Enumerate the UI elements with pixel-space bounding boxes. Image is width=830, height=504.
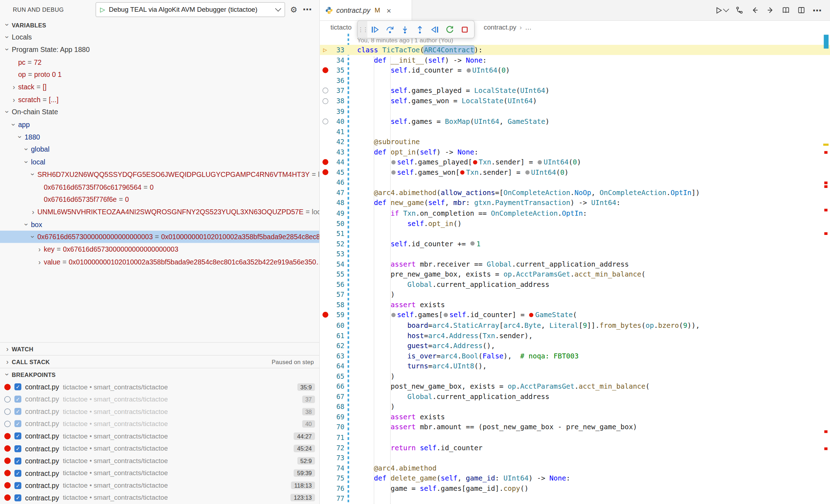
inline-breakpoint-icon[interactable] [525, 170, 529, 174]
editor-more-actions-icon[interactable]: ⋯ [813, 6, 822, 15]
breakpoint-gutter[interactable] [320, 289, 331, 300]
breakpoint-gutter[interactable] [320, 167, 331, 178]
start-debug-icon[interactable]: ▷ [100, 6, 105, 13]
step-over-button[interactable] [382, 22, 397, 37]
code-line[interactable]: 57 ) [320, 289, 830, 300]
chevron-down-icon[interactable]: › [29, 170, 37, 179]
code-line[interactable]: 56 Global.current_application_address [320, 279, 830, 290]
breakpoint-gutter[interactable] [320, 412, 331, 422]
code-line[interactable]: 47 @arc4.abimethod(allow_actions=[OnComp… [320, 188, 830, 198]
breakpoint-gutter[interactable] [320, 198, 331, 208]
inline-breakpoint-icon[interactable] [473, 160, 477, 164]
tree-item[interactable]: 0x67616d65735f706c61796564=0 [0, 180, 319, 193]
breakpoint-gutter[interactable] [320, 351, 331, 361]
code-line[interactable]: 49 if Txn.on_completion == OnCompleteAct… [320, 208, 830, 218]
restart-button[interactable] [442, 22, 457, 37]
breakpoint-gutter[interactable] [320, 361, 331, 371]
code-line[interactable]: 51 [320, 229, 830, 239]
tree-item[interactable]: ›0x67616d6573000000000000000003=0x010000… [0, 231, 319, 243]
chevron-down-icon[interactable]: › [4, 108, 12, 116]
code-line[interactable]: 54 assert mbr.receiver == Global.current… [320, 259, 830, 269]
overview-ruler[interactable] [822, 34, 830, 504]
code-line[interactable]: 53 [320, 249, 830, 259]
breakpoint-row[interactable]: ✓contract.pytictactoe • smart_contracts/… [0, 393, 319, 405]
code-line[interactable]: 59 self.games[self.id_counter] = GameSta… [320, 310, 830, 320]
code-line[interactable]: 63 is_over=arc4.Bool(False), # noqa: FBT… [320, 351, 830, 361]
breakpoint-gutter[interactable] [320, 310, 331, 320]
open-preview-icon[interactable] [782, 6, 790, 15]
breakpoint-row[interactable]: ✓contract.pytictactoe • smart_contracts/… [0, 442, 319, 455]
breakpoint-checkbox[interactable]: ✓ [15, 470, 22, 477]
code-line[interactable]: 42 @subroutine [320, 137, 830, 147]
code-line[interactable]: 45 self.games_won[Txn.sender] = UInt64(0… [320, 167, 830, 178]
chevron-right-icon[interactable]: › [29, 208, 37, 216]
inline-breakpoint-icon[interactable] [391, 170, 395, 174]
breakpoint-checkbox[interactable]: ✓ [15, 494, 22, 502]
breakpoint-checkbox[interactable]: ✓ [15, 420, 22, 427]
breadcrumb-folder[interactable]: tictacto [331, 23, 352, 31]
code-line[interactable]: 36 [320, 75, 830, 86]
breakpoint-gutter[interactable] [320, 341, 331, 351]
run-dropdown-chevron-icon[interactable] [723, 6, 729, 12]
breakpoint-gutter[interactable] [320, 392, 331, 402]
inline-breakpoint-icon[interactable] [391, 160, 395, 164]
code-line[interactable]: 65 ) [320, 371, 830, 382]
tree-item[interactable]: ›key=0x67616d6573000000000000000003 [0, 243, 319, 256]
tree-item[interactable]: op=proto 0 1 [0, 68, 319, 81]
chevron-down-icon[interactable]: › [23, 158, 31, 166]
tree-item[interactable]: ›scratch=[...] [0, 93, 319, 106]
breakpoint-gutter[interactable] [320, 422, 331, 432]
code-line[interactable]: 76 game = self.games[game_id].copy() [320, 483, 830, 494]
code-line[interactable]: 64 turns=arc4.UInt8(), [320, 361, 830, 371]
code-line[interactable]: ▷33class TicTacToe(ARC4Contract): [320, 45, 830, 55]
code-line[interactable]: 55 pre_new_game_box, exists = op.AcctPar… [320, 269, 830, 279]
breakpoint-gutter[interactable] [320, 463, 331, 473]
code-line[interactable]: 74 @arc4.abimethod [320, 463, 830, 473]
code-editor[interactable]: You, 8 minutes ago | 1 author (You) ▷33c… [320, 34, 830, 504]
inline-breakpoint-icon[interactable] [538, 160, 542, 164]
tree-item[interactable]: ›SRH6D7XU2N6WQQ5SSYDQFG5ESO6JWEQIDPGLUGY… [0, 168, 319, 180]
continue-button[interactable] [367, 22, 382, 37]
breakpoint-gutter[interactable] [320, 218, 331, 229]
breakpoint-gutter[interactable] [320, 86, 331, 96]
chevron-down-icon[interactable]: › [23, 145, 31, 154]
chevron-right-icon[interactable]: › [10, 95, 18, 104]
tree-item[interactable]: 0x67616d65735f776f6e=0 [0, 193, 319, 206]
code-line[interactable]: 71 [320, 432, 830, 442]
tree-item[interactable]: ›app [0, 118, 319, 131]
breakpoint-gutter[interactable] [320, 442, 331, 453]
code-line[interactable]: 68 ) [320, 401, 830, 412]
call-stack-section-header[interactable]: › CALL STACK Paused on step [0, 355, 319, 368]
breadcrumb-file[interactable]: contract.py [484, 23, 516, 31]
breakpoint-gutter[interactable] [320, 229, 331, 239]
chevron-down-icon[interactable]: › [16, 133, 25, 141]
code-line[interactable]: 61 host=arc4.Address(Txn.sender), [320, 330, 830, 341]
tree-item[interactable]: pc=72 [0, 56, 319, 68]
tree-item[interactable]: ›local [0, 156, 319, 168]
breakpoint-checkbox[interactable]: ✓ [15, 457, 22, 464]
breakpoint-gutter[interactable] [320, 453, 331, 463]
code-line[interactable]: 77 [320, 493, 830, 504]
code-line[interactable]: 35 self.id_counter = UInt64(0) [320, 65, 830, 75]
breakpoint-row[interactable]: ✓contract.pytictactoe • smart_contracts/… [0, 467, 319, 479]
breadcrumb-symbol[interactable]: … [525, 23, 532, 31]
code-line[interactable]: 50 self.opt_in() [320, 218, 830, 229]
code-line[interactable]: 34 def __init__(self) -> None: [320, 55, 830, 65]
breakpoint-gutter[interactable] [320, 65, 331, 75]
split-editor-icon[interactable] [797, 6, 806, 15]
breakpoint-checkbox[interactable]: ✓ [15, 445, 22, 452]
code-line[interactable]: 73 [320, 453, 830, 463]
breakpoint-checkbox[interactable]: ✓ [15, 396, 22, 403]
breakpoint-gutter[interactable] [320, 96, 331, 106]
breakpoint-gutter[interactable] [320, 279, 331, 290]
code-line[interactable]: 52 self.id_counter += 1 [320, 238, 830, 249]
breakpoint-gutter[interactable] [320, 188, 331, 198]
code-line[interactable]: 75 def delete_game(self, game_id: UInt64… [320, 473, 830, 483]
tree-item[interactable]: ›On-chain State [0, 106, 319, 118]
breakpoint-gutter[interactable] [320, 432, 331, 442]
breakpoints-section-header[interactable]: › BREAKPOINTS [0, 368, 319, 381]
code-line[interactable]: 46 [320, 177, 830, 188]
breakpoint-row[interactable]: ✓contract.pytictactoe • smart_contracts/… [0, 430, 319, 442]
inline-breakpoint-icon[interactable] [529, 313, 534, 317]
breakpoint-gutter[interactable] [320, 116, 331, 126]
